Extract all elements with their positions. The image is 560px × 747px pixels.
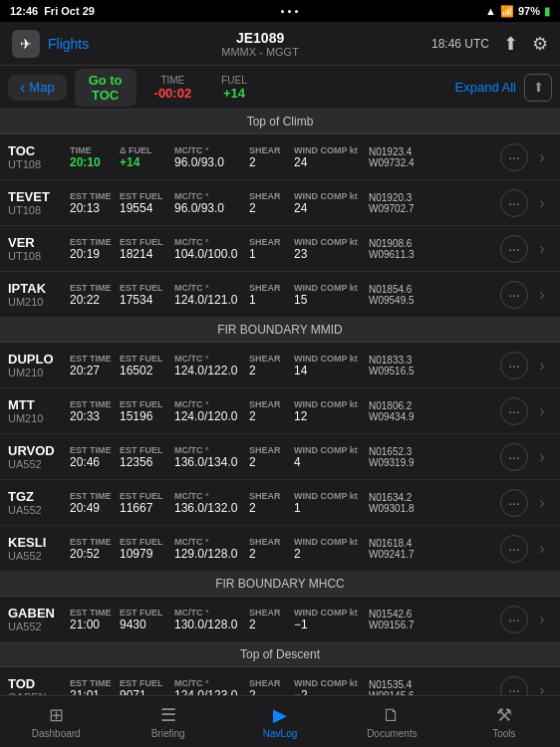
status-right: ▲ 📶 97% ▮ bbox=[485, 5, 550, 18]
tod-chevron[interactable]: › bbox=[532, 681, 552, 696]
navlog-label: NavLog bbox=[263, 728, 297, 739]
wp-toc-info: TOC UT108 bbox=[8, 143, 70, 170]
tools-label: Tools bbox=[492, 728, 515, 739]
table-row: DUPLO UM210 EST TIME 20:27 EST FUEL 1650… bbox=[0, 343, 560, 388]
wp-toc-data: TIME 20:10 Δ FUEL +14 MC/TC ° 96.0/93.0 … bbox=[70, 145, 500, 169]
battery-icon: ▮ bbox=[544, 5, 550, 18]
section-fir-mhcc: FIR BOUNDARY MHCC bbox=[0, 572, 560, 597]
status-center bbox=[281, 10, 298, 13]
nav-dashboard[interactable]: ⊞ Dashboard bbox=[0, 704, 112, 739]
section-top-of-descent: Top of Descent bbox=[0, 642, 560, 667]
wp-toc-coords: N01923.4 W09732.4 bbox=[369, 146, 500, 168]
map-button[interactable]: ‹ Map bbox=[8, 75, 67, 101]
content-scroll[interactable]: Top of Climb TOC UT108 TIME 20:10 Δ FUEL… bbox=[0, 110, 560, 695]
toc-chevron[interactable]: › bbox=[532, 148, 552, 166]
urvod-ellipsis-button[interactable]: ··· bbox=[500, 443, 528, 471]
iptak-ellipsis-button[interactable]: ··· bbox=[500, 281, 528, 309]
iptak-chevron[interactable]: › bbox=[532, 286, 552, 304]
table-row: GABEN UA552 EST TIME 21:00 EST FUEL 9430… bbox=[0, 597, 560, 642]
table-row: TEVET UT108 EST TIME 20:13 EST FUEL 1955… bbox=[0, 180, 560, 226]
sub-share-icon: ⬆ bbox=[533, 80, 544, 95]
tgz-chevron[interactable]: › bbox=[532, 494, 552, 512]
table-row: TOD GABEN EST TIME 21:01 EST FUEL 9071 M… bbox=[0, 667, 560, 695]
time-value: -00:02 bbox=[154, 86, 192, 101]
nav-documents[interactable]: 🗋 Documents bbox=[336, 705, 447, 739]
tod-ellipsis-button[interactable]: ··· bbox=[500, 676, 528, 696]
wp-toc-shear-col: SHEAR 2 bbox=[249, 145, 294, 169]
mtt-ellipsis-button[interactable]: ··· bbox=[500, 397, 528, 425]
status-time: 12:46 bbox=[10, 5, 38, 17]
wp-toc-fuel-col: Δ FUEL +14 bbox=[120, 145, 174, 169]
duplo-chevron[interactable]: › bbox=[532, 357, 552, 374]
section-fir-mmid: FIR BOUNDARY MMID bbox=[0, 318, 560, 343]
navlog-icon: ▶ bbox=[273, 704, 287, 726]
toc-ellipsis-button[interactable]: ··· bbox=[500, 143, 528, 171]
header-center: JE1089 MMMX - MGGT bbox=[221, 30, 299, 58]
sub-share-button[interactable]: ⬆ bbox=[524, 74, 552, 102]
dashboard-icon: ⊞ bbox=[49, 704, 64, 726]
kesli-ellipsis-button[interactable]: ··· bbox=[500, 535, 528, 563]
nav-briefing[interactable]: ☰ Briefing bbox=[112, 704, 223, 739]
fuel-info: FUEL +14 bbox=[211, 75, 257, 101]
documents-label: Documents bbox=[367, 728, 418, 739]
goto-toc-button[interactable]: Go to TOC bbox=[75, 69, 137, 107]
fuel-label: FUEL bbox=[221, 75, 247, 86]
wp-toc-wind-col: WIND COMP kt 24 bbox=[294, 145, 369, 169]
dot1 bbox=[281, 10, 284, 13]
tools-icon: ⚒ bbox=[496, 704, 512, 726]
table-row: VER UT108 EST TIME 20:19 EST FUEL 18214 … bbox=[0, 226, 560, 272]
gaben-ellipsis-button[interactable]: ··· bbox=[500, 606, 528, 633]
expand-all-button[interactable]: Expand All bbox=[455, 80, 516, 95]
settings-icon[interactable]: ⚙ bbox=[532, 33, 548, 55]
wp-toc-aircraft: UT108 bbox=[8, 158, 70, 170]
table-row: TOC UT108 TIME 20:10 Δ FUEL +14 MC/TC ° … bbox=[0, 134, 560, 180]
wp-tevet-name: TEVET bbox=[8, 189, 70, 204]
status-left: 12:46 Fri Oct 29 bbox=[10, 5, 95, 17]
signal-icon: ▲ bbox=[485, 5, 496, 17]
share-icon[interactable]: ⬆ bbox=[503, 33, 518, 55]
urvod-chevron[interactable]: › bbox=[532, 448, 552, 466]
app-logo[interactable]: ✈ bbox=[12, 30, 40, 58]
briefing-label: Briefing bbox=[151, 728, 185, 739]
flights-label[interactable]: Flights bbox=[48, 36, 89, 52]
mtt-chevron[interactable]: › bbox=[532, 402, 552, 420]
toc-line2: TOC bbox=[92, 88, 119, 103]
sub-header: ‹ Map Go to TOC TIME -00:02 FUEL +14 Exp… bbox=[0, 66, 560, 110]
table-row: TGZ UA552 EST TIME 20:49 EST FUEL 11667 … bbox=[0, 480, 560, 526]
map-label: Map bbox=[29, 80, 54, 95]
header-left: ✈ Flights bbox=[12, 30, 89, 58]
time-info: TIME -00:02 bbox=[144, 75, 202, 101]
ver-chevron[interactable]: › bbox=[532, 240, 552, 258]
dot2 bbox=[288, 10, 291, 13]
wp-toc-time-col: TIME 20:10 bbox=[70, 145, 120, 169]
documents-icon: 🗋 bbox=[383, 705, 401, 726]
ver-ellipsis-button[interactable]: ··· bbox=[500, 235, 528, 263]
tgz-ellipsis-button[interactable]: ··· bbox=[500, 489, 528, 517]
battery: 97% bbox=[518, 5, 540, 17]
header-bar: ✈ Flights JE1089 MMMX - MGGT 18:46 UTC ⬆… bbox=[0, 22, 560, 66]
flight-id: JE1089 bbox=[236, 30, 284, 46]
wp-toc-name: TOC bbox=[8, 143, 70, 158]
toc-line1: Go to bbox=[89, 73, 123, 88]
section-top-of-climb: Top of Climb bbox=[0, 110, 560, 134]
header-right: 18:46 UTC ⬆ ⚙ bbox=[431, 33, 548, 55]
wifi-icon: 📶 bbox=[500, 5, 514, 18]
nav-navlog[interactable]: ▶ NavLog bbox=[224, 704, 336, 739]
kesli-chevron[interactable]: › bbox=[532, 540, 552, 558]
back-icon: ‹ bbox=[20, 79, 25, 97]
tevet-ellipsis-button[interactable]: ··· bbox=[500, 189, 528, 217]
dot3 bbox=[295, 10, 298, 13]
bottom-nav: ⊞ Dashboard ☰ Briefing ▶ NavLog 🗋 Docume… bbox=[0, 695, 560, 747]
table-row: IPTAK UM210 EST TIME 20:22 EST FUEL 1753… bbox=[0, 272, 560, 318]
wp-tevet-info: TEVET UT108 bbox=[8, 189, 70, 216]
gaben-chevron[interactable]: › bbox=[532, 611, 552, 628]
status-bar: 12:46 Fri Oct 29 ▲ 📶 97% ▮ bbox=[0, 0, 560, 22]
status-day: Fri Oct 29 bbox=[44, 5, 95, 17]
duplo-ellipsis-button[interactable]: ··· bbox=[500, 352, 528, 379]
dashboard-label: Dashboard bbox=[32, 728, 81, 739]
briefing-icon: ☰ bbox=[160, 704, 176, 726]
tevet-chevron[interactable]: › bbox=[532, 194, 552, 212]
nav-tools[interactable]: ⚒ Tools bbox=[448, 704, 560, 739]
table-row: URVOD UA552 EST TIME 20:46 EST FUEL 1235… bbox=[0, 434, 560, 480]
wp-toc-mctc-col: MC/TC ° 96.0/93.0 bbox=[174, 145, 249, 169]
